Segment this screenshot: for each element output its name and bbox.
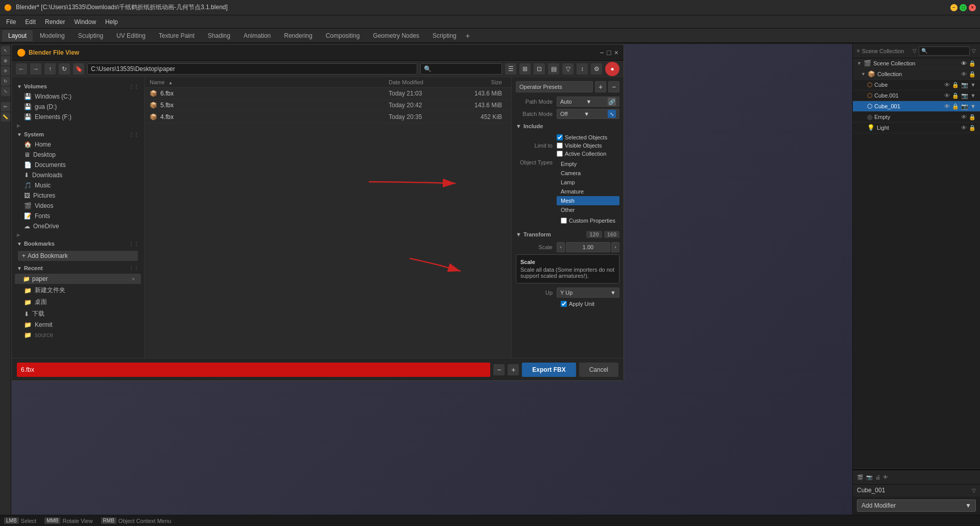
tool-measure[interactable]: 📏: [1, 112, 10, 122]
file-row-5fbx[interactable]: 📦 5.fbx Today 20:42 143.6 MiB: [145, 100, 511, 111]
cube-001-select[interactable]: ▼: [970, 103, 976, 109]
settings-button[interactable]: ⚙: [591, 63, 602, 75]
volume-f[interactable]: 💾 Elements (F:): [12, 112, 144, 122]
include-section-header[interactable]: ▼ Include: [516, 121, 619, 131]
path-bar[interactable]: C:\Users\13535\Desktop\paper: [87, 63, 417, 75]
cube-001-row[interactable]: ⬡ Cube_001 👁 🔒 📷 ▼: [853, 101, 980, 112]
active-object-menu[interactable]: ▽: [972, 488, 976, 493]
col-date[interactable]: Date Modified: [389, 79, 460, 85]
selected-objects-checkbox[interactable]: [557, 134, 563, 140]
menu-render[interactable]: Render: [41, 17, 69, 27]
cube-001-restrict[interactable]: 🔒: [952, 103, 959, 110]
menu-window[interactable]: Window: [70, 17, 100, 27]
nav-bookmark[interactable]: 🔖: [73, 63, 84, 75]
filter-button[interactable]: ▽: [562, 63, 573, 75]
empty-row[interactable]: ◎ Empty 👁 🔒: [853, 112, 980, 123]
empty-eye[interactable]: 👁: [961, 114, 967, 120]
path-mode-value[interactable]: Auto ▼ 🔗: [557, 97, 619, 107]
obj-type-lamp[interactable]: Lamp: [557, 178, 619, 187]
file-row-6fbx[interactable]: 📦 6.fbx Today 21:03 143.6 MiB: [145, 88, 511, 100]
light-restrict[interactable]: 🔒: [969, 125, 976, 131]
search-bar[interactable]: 🔍: [420, 63, 502, 75]
tab-rendering[interactable]: Rendering: [278, 30, 318, 41]
tool-rotate[interactable]: ↻: [1, 77, 10, 86]
cube001-eye[interactable]: 👁: [944, 92, 950, 99]
recent-desktop[interactable]: 📁桌面: [12, 296, 144, 308]
color-indicator[interactable]: ●: [605, 62, 619, 76]
add-modifier-button[interactable]: Add Modifier ▼: [857, 499, 976, 512]
cube-restrict[interactable]: 🔒: [952, 82, 959, 88]
outliner-filter-icon[interactable]: ▽: [972, 48, 976, 54]
menu-help[interactable]: Help: [101, 17, 122, 27]
recent-kermit[interactable]: 📁Kermit: [12, 320, 144, 330]
empty-restrict[interactable]: 🔒: [969, 114, 976, 121]
bookmarks-section[interactable]: ▼ Bookmarks ⋮⋮: [12, 238, 144, 249]
outliner-search[interactable]: 🔍: [919, 46, 970, 56]
sys-onedrive[interactable]: ☁OneDrive: [12, 221, 144, 231]
props-view-icon[interactable]: 👁: [883, 474, 888, 480]
props-scene-icon[interactable]: 🎬: [857, 474, 863, 480]
outliner-menu-icon[interactable]: ≡: [857, 48, 860, 54]
nav-parent[interactable]: ↑: [44, 63, 56, 75]
recent-source[interactable]: 📁source: [12, 330, 144, 340]
tab-sculpting[interactable]: Sculpting: [72, 30, 109, 41]
export-fbx-button[interactable]: Export FBX: [522, 363, 576, 377]
volumes-expand[interactable]: ▶: [12, 122, 144, 129]
filename-input[interactable]: [17, 363, 490, 377]
light-row[interactable]: 💡 Light 👁 🔒: [853, 123, 980, 133]
collection-restrict[interactable]: 🔒: [969, 71, 976, 78]
sys-pictures[interactable]: 🖼Pictures: [12, 190, 144, 201]
view-list[interactable]: ☰: [505, 63, 516, 75]
tool-annotate[interactable]: ✏: [1, 102, 10, 111]
transform-section-header[interactable]: ▼ Transform 120 160: [516, 229, 619, 240]
volumes-section[interactable]: ▼ Volumes ⋮⋮: [12, 81, 144, 91]
operator-presets-label[interactable]: Operator Presets: [516, 81, 593, 92]
collection-eye[interactable]: 👁: [961, 71, 967, 77]
recent-paper[interactable]: 📁 paper ×: [15, 274, 141, 284]
scene-collection-restrict[interactable]: 🔒: [969, 60, 976, 67]
sort-button[interactable]: ↕: [577, 63, 588, 75]
scale-increase[interactable]: ›: [611, 242, 619, 252]
minimize-button[interactable]: −: [950, 4, 958, 11]
add-tab-button[interactable]: +: [466, 32, 470, 40]
file-row-4fbx[interactable]: 📦 4.fbx Today 20:35 452 KiB: [145, 111, 511, 123]
apply-unit-checkbox[interactable]: [561, 301, 567, 307]
light-eye[interactable]: 👁: [961, 125, 967, 131]
filename-minus[interactable]: −: [493, 364, 505, 375]
recent-newfolder[interactable]: 📁新建文件夹: [12, 284, 144, 296]
operator-presets-add[interactable]: +: [595, 81, 606, 92]
tab-layout[interactable]: Layout: [2, 30, 33, 41]
tab-modeling[interactable]: Modeling: [34, 30, 71, 41]
volume-d[interactable]: 💾 gua (D:): [12, 102, 144, 112]
system-expand[interactable]: ▶: [12, 231, 144, 238]
cube001-select[interactable]: ▼: [970, 92, 976, 99]
cube-render[interactable]: 📷: [961, 82, 968, 88]
nav-forward[interactable]: →: [30, 63, 41, 75]
operator-presets-remove[interactable]: −: [608, 81, 619, 92]
nav-back[interactable]: ←: [16, 63, 27, 75]
cube-select[interactable]: ▼: [970, 82, 976, 88]
file-browser-maximize[interactable]: □: [607, 49, 611, 57]
cube-row[interactable]: ⬡ Cube 👁 🔒 📷 ▼: [853, 80, 980, 90]
file-browser-close[interactable]: ×: [614, 49, 618, 57]
tool-scale[interactable]: ⤡: [1, 87, 10, 96]
recent-downloads[interactable]: ⬇下载: [12, 308, 144, 320]
cube001-render[interactable]: 📷: [961, 92, 968, 99]
props-output-icon[interactable]: 🖨: [875, 474, 880, 480]
batch-mode-value[interactable]: Off ▼ ⤡: [557, 109, 619, 119]
cube001-restrict[interactable]: 🔒: [952, 92, 959, 99]
sys-music[interactable]: 🎵Music: [12, 180, 144, 190]
cube001-row[interactable]: ⬡ Cube.001 👁 🔒 📷 ▼: [853, 90, 980, 101]
tab-animation[interactable]: Animation: [237, 30, 277, 41]
cube-eye[interactable]: 👁: [944, 82, 950, 88]
tab-scripting[interactable]: Scripting: [426, 30, 463, 41]
menu-edit[interactable]: Edit: [21, 17, 40, 27]
sys-videos[interactable]: 🎬Videos: [12, 201, 144, 211]
obj-type-other[interactable]: Other: [557, 205, 619, 214]
col-size[interactable]: Size: [460, 79, 506, 85]
scale-value[interactable]: 1.00: [566, 242, 610, 252]
system-section[interactable]: ▼ System ⋮⋮: [12, 129, 144, 139]
view-grid[interactable]: ⊞: [519, 63, 531, 75]
sys-documents[interactable]: 📄Documents: [12, 160, 144, 170]
add-bookmark-button[interactable]: + Add Bookmark: [18, 251, 138, 261]
